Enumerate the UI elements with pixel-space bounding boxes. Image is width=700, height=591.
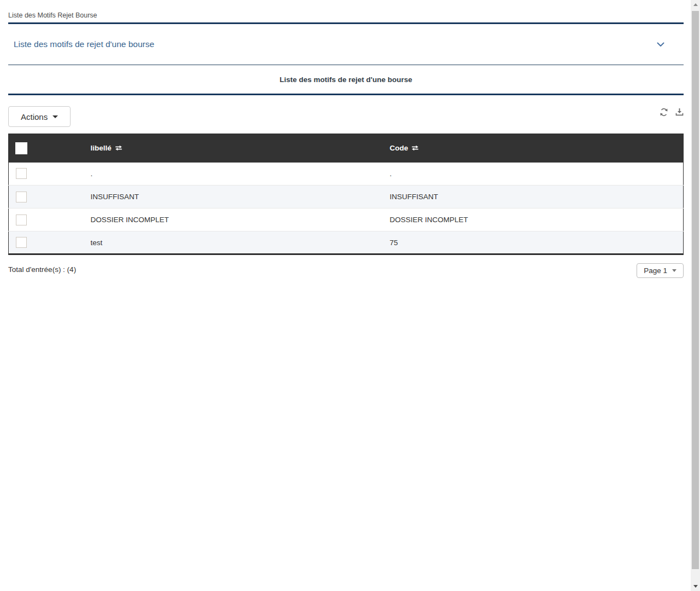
- download-icon[interactable]: [675, 108, 684, 117]
- grid-footer: Total d'entrée(s) : (4) Page 1: [8, 263, 684, 278]
- chevron-down-icon[interactable]: [657, 42, 664, 47]
- cell-libelle: .: [91, 163, 390, 186]
- page-selector-label: Page 1: [644, 266, 667, 275]
- column-header-libelle[interactable]: libellé: [91, 134, 390, 163]
- table-row[interactable]: test 75: [9, 231, 684, 254]
- sort-icon[interactable]: [411, 145, 419, 151]
- actions-button-label: Actions: [21, 112, 48, 121]
- vertical-scrollbar[interactable]: [691, 0, 700, 591]
- table-row[interactable]: INSUFFISANT INSUFFISANT: [9, 186, 684, 208]
- column-header-code[interactable]: Code: [390, 134, 684, 163]
- triangle-down-icon: [693, 585, 698, 588]
- caret-down-icon: [672, 269, 676, 272]
- row-checkbox[interactable]: [16, 215, 27, 225]
- table-row[interactable]: DOSSIER INCOMPLET DOSSIER INCOMPLET: [9, 208, 684, 231]
- table-row[interactable]: . .: [9, 163, 684, 186]
- cell-libelle: test: [91, 231, 390, 254]
- page-selector-button[interactable]: Page 1: [637, 263, 684, 278]
- cell-libelle: DOSSIER INCOMPLET: [91, 208, 390, 231]
- main-content: Liste des Motifs Rejet Bourse Liste des …: [8, 0, 684, 278]
- panel-header-toggle[interactable]: Liste des motifs de rejet d'une bourse: [8, 24, 684, 65]
- total-entries-label: Total d'entrée(s) : (4): [8, 263, 76, 274]
- section-heading: Liste des motifs de rejet d'une bourse: [279, 76, 412, 84]
- cell-code: INSUFFISANT: [390, 186, 684, 208]
- triangle-up-icon: [693, 3, 698, 6]
- section-heading-row: Liste des motifs de rejet d'une bourse: [8, 65, 684, 95]
- cell-code: 75: [390, 231, 684, 254]
- cell-code: .: [390, 163, 684, 186]
- page-title: Liste des Motifs Rejet Bourse: [8, 0, 684, 22]
- sort-icon[interactable]: [115, 145, 122, 151]
- scroll-up-button[interactable]: [691, 0, 700, 9]
- select-all-checkbox[interactable]: [15, 142, 27, 154]
- actions-button[interactable]: Actions: [8, 106, 71, 127]
- refresh-icon[interactable]: [660, 108, 668, 117]
- toolbar: Actions: [8, 106, 684, 127]
- row-checkbox[interactable]: [16, 192, 27, 202]
- cell-code: DOSSIER INCOMPLET: [390, 208, 684, 231]
- caret-down-icon: [52, 115, 58, 118]
- column-label-code: Code: [390, 144, 409, 152]
- scroll-down-button[interactable]: [691, 582, 700, 591]
- table-header: libellé Code: [9, 134, 684, 163]
- row-checkbox[interactable]: [16, 237, 27, 248]
- column-label-libelle: libellé: [91, 144, 112, 152]
- motifs-table: libellé Code: [8, 134, 684, 255]
- toolbar-icons: [660, 108, 684, 117]
- panel-header-label: Liste des motifs de rejet d'une bourse: [14, 39, 154, 49]
- scrollbar-thumb[interactable]: [692, 11, 699, 569]
- cell-libelle: INSUFFISANT: [91, 186, 390, 208]
- row-checkbox[interactable]: [16, 168, 27, 179]
